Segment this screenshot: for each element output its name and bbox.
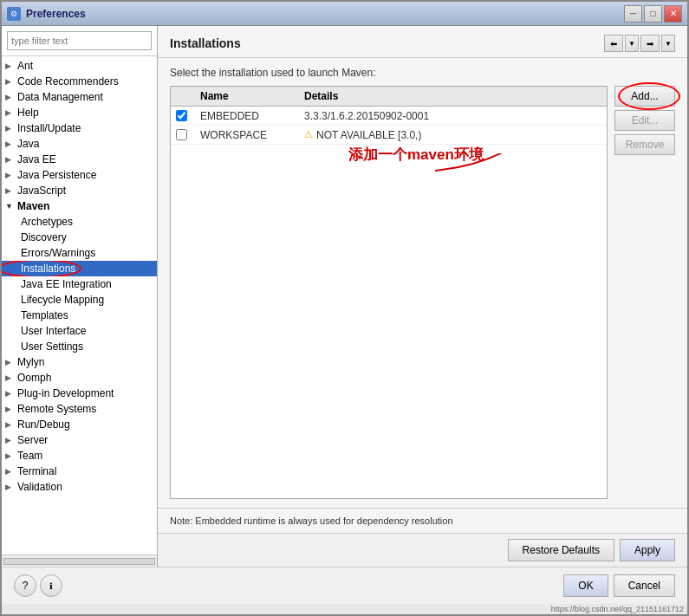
sidebar-item-remote-systems[interactable]: ▶ Remote Systems (2, 401, 157, 417)
sidebar-item-label: Installations (21, 263, 75, 275)
sidebar-item-label: Help (17, 107, 39, 119)
row-check-workspace[interactable] (171, 127, 195, 142)
sidebar-item-label: Install/Update (17, 122, 81, 134)
sidebar-item-label: Server (17, 434, 48, 446)
sidebar-item-templates[interactable]: Templates (2, 308, 157, 323)
sidebar-item-plugin-development[interactable]: ▶ Plug-in Development (2, 386, 157, 401)
forward-button[interactable]: ➡ (640, 35, 660, 52)
filter-input[interactable] (7, 31, 152, 50)
info-button[interactable]: ℹ (40, 574, 62, 597)
expand-icon: ▶ (5, 483, 17, 491)
window-icon: ⚙ (7, 7, 21, 21)
sidebar-item-label: Plug-in Development (17, 387, 114, 399)
sidebar-item-terminal[interactable]: ▶ Terminal (2, 464, 157, 479)
th-check (171, 88, 195, 104)
th-name: Name (195, 88, 299, 104)
workspace-checkbox[interactable] (176, 129, 187, 140)
expand-icon: ▼ (5, 202, 17, 211)
table-row[interactable]: WORKSPACE ⚠ NOT AVAILABLE [3.0,) (171, 126, 607, 145)
expand-icon: ▶ (5, 93, 17, 101)
sidebar-item-code-recommenders[interactable]: ▶ Code Recommenders (2, 74, 157, 89)
select-label: Select the installation used to launch M… (170, 67, 675, 79)
sidebar-item-label: Archetypes (21, 216, 73, 228)
sidebar-item-java[interactable]: ▶ Java (2, 136, 157, 152)
expand-icon: ▶ (5, 155, 17, 164)
panel-title: Installations (170, 36, 241, 50)
sidebar-item-label: JavaScript (17, 185, 66, 197)
sidebar-item-label: Run/Debug (17, 418, 70, 431)
sidebar-scrollbar[interactable] (2, 554, 157, 567)
sidebar-item-installations[interactable]: Installations (2, 261, 157, 276)
sidebar-item-install-update[interactable]: ▶ Install/Update (2, 120, 157, 136)
note-bar: Note: Embedded runtime is always used fo… (158, 508, 687, 533)
apply-button[interactable]: Apply (620, 539, 675, 561)
sidebar-item-label: Lifecycle Mapping (21, 294, 104, 306)
edit-button[interactable]: Edit... (614, 110, 675, 131)
embedded-details: 3.3.3/1.6.2.20150902-0001 (299, 108, 607, 124)
expand-icon: ▶ (5, 436, 17, 444)
th-details: Details (299, 88, 607, 104)
sidebar-item-label: Remote Systems (17, 403, 96, 415)
sidebar-item-mylyn[interactable]: ▶ Mylyn (2, 354, 157, 370)
sidebar-item-label: User Interface (21, 325, 86, 337)
sidebar-item-label: Java (17, 138, 39, 150)
sidebar-item-user-interface[interactable]: User Interface (2, 323, 157, 339)
sidebar-item-server[interactable]: ▶ Server (2, 432, 157, 448)
installations-content: Select the installation used to launch M… (158, 58, 687, 508)
embedded-name: EMBEDDED (195, 108, 299, 124)
sidebar-item-archetypes[interactable]: Archetypes (2, 214, 157, 230)
sidebar-item-label: Team (17, 450, 42, 462)
action-buttons: Add... Edit... Remove (614, 86, 675, 499)
sidebar-item-maven[interactable]: ▼ Maven (2, 198, 157, 214)
add-button[interactable]: Add... (614, 86, 675, 107)
sidebar-item-help[interactable]: ▶ Help (2, 105, 157, 120)
expand-icon: ▶ (5, 186, 17, 195)
row-check-embedded[interactable] (171, 108, 195, 123)
cancel-button[interactable]: Cancel (614, 574, 675, 597)
sidebar-item-data-management[interactable]: ▶ Data Management (2, 89, 157, 105)
sidebar-item-label: Java EE (17, 153, 56, 165)
sidebar-item-java-ee-integration[interactable]: Java EE Integration (2, 276, 157, 292)
back-dropdown[interactable]: ▼ (625, 35, 639, 52)
filter-wrap (2, 26, 157, 56)
expand-icon: ▶ (5, 108, 17, 117)
sidebar-item-lifecycle-mapping[interactable]: Lifecycle Mapping (2, 292, 157, 308)
panel-nav-buttons: ⬅ ▼ ➡ ▼ (604, 35, 675, 52)
window-title: Preferences (26, 8, 624, 20)
sidebar-item-label: Errors/Warnings (21, 247, 95, 259)
sidebar-item-errors-warnings[interactable]: Errors/Warnings (2, 245, 157, 261)
sidebar-item-run-debug[interactable]: ▶ Run/Debug (2, 417, 157, 432)
warning-icon: ⚠ (304, 129, 313, 140)
ok-button[interactable]: OK (563, 574, 608, 597)
sidebar-item-discovery[interactable]: Discovery (2, 230, 157, 245)
note-text: Note: Embedded runtime is always used fo… (170, 515, 453, 526)
minimize-button[interactable]: ─ (624, 5, 642, 23)
sidebar-item-javascript[interactable]: ▶ JavaScript (2, 183, 157, 198)
embedded-checkbox[interactable] (176, 110, 187, 121)
sidebar-item-java-ee[interactable]: ▶ Java EE (2, 152, 157, 167)
help-button[interactable]: ? (14, 574, 36, 597)
window-controls: ─ □ ✕ (624, 5, 682, 23)
bottom-bar: ? ℹ OK Cancel (2, 567, 687, 604)
expand-icon: ▶ (5, 124, 17, 133)
sidebar-item-validation[interactable]: ▶ Validation (2, 479, 157, 495)
sidebar-item-ant[interactable]: ▶ Ant (2, 58, 157, 74)
maximize-button[interactable]: □ (644, 5, 662, 23)
forward-dropdown[interactable]: ▼ (661, 35, 675, 52)
sidebar-item-team[interactable]: ▶ Team (2, 448, 157, 464)
table-and-buttons: Name Details EMBEDDED 3.3.3/1.6.2.201509… (170, 86, 675, 499)
restore-defaults-button[interactable]: Restore Defaults (508, 539, 614, 561)
table-row[interactable]: EMBEDDED 3.3.3/1.6.2.20150902-0001 (171, 107, 607, 126)
sidebar-item-oomph[interactable]: ▶ Oomph (2, 370, 157, 386)
expand-icon: ▶ (5, 171, 17, 179)
expand-icon: ▶ (5, 373, 17, 382)
sidebar-item-label: Maven (17, 200, 49, 212)
close-button[interactable]: ✕ (664, 5, 682, 23)
workspace-name: WORKSPACE (195, 127, 299, 143)
back-button[interactable]: ⬅ (604, 35, 623, 52)
remove-button[interactable]: Remove (614, 134, 675, 155)
expand-icon: ▶ (5, 62, 17, 70)
sidebar-item-java-persistence[interactable]: ▶ Java Persistence (2, 167, 157, 183)
sidebar-item-label: Templates (21, 309, 68, 321)
sidebar-item-user-settings[interactable]: User Settings (2, 339, 157, 354)
